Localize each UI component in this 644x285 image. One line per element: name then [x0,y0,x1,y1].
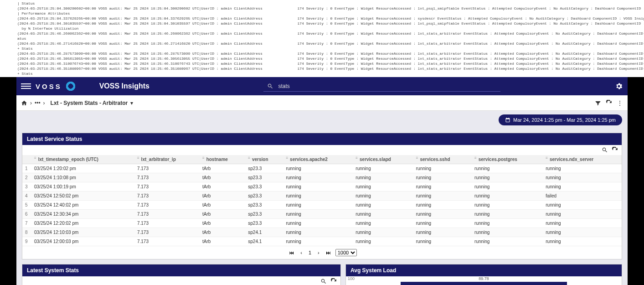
home-icon[interactable] [21,100,27,106]
logo-ring-icon [65,80,77,92]
breadcrumb-sep: › [30,100,32,106]
pager-next-icon[interactable]: › [316,249,321,256]
panel-service-status: Latest Service Status ≡lxt_timestamp_epo… [22,133,622,259]
column-header[interactable]: ≡services.apache2 [283,155,353,164]
table-row[interactable]: 103/25/24 1:20:02 pm7.173tArbsp23.3runni… [22,164,622,173]
table-row[interactable]: 903/25/24 12:00:03 pm7.173tArbsp24.1runn… [22,237,622,246]
timerange-label: Mar 24, 2024 1:25 pm - Mar 25, 2024 1:25… [513,117,616,123]
timerange-picker[interactable]: Mar 24, 2024 1:25 pm - Mar 25, 2024 1:25… [499,114,622,125]
panel-refresh-icon[interactable] [612,147,618,153]
filter-icon[interactable] [595,100,601,106]
table-row[interactable]: 603/25/24 12:30:34 pm7.173tArbsp23.3runn… [22,210,622,219]
search-input[interactable]: stats [263,81,500,92]
calendar-icon [505,117,510,123]
brand-logo: VOSS [36,80,77,92]
panel-refresh-icon[interactable] [330,278,337,285]
panel-system-stats: Latest System Stats ≡lxt_timestamp_epoch… [22,264,341,285]
column-header[interactable]: ≡services.slapd [353,155,413,164]
column-header[interactable]: ≡hostname [200,155,245,164]
panel-search-icon[interactable] [320,278,327,285]
table-row[interactable]: 203/25/24 1:10:08 pm7.173tArbsp23.3runni… [22,173,622,182]
breadcrumb-sep: › [43,100,45,106]
logo-text: VOSS [36,83,62,90]
column-header[interactable]: ≡lxt_arbitrator_ip [134,155,200,164]
column-header[interactable]: ≡version [245,155,283,164]
table-row[interactable]: 803/25/24 12:10:03 pm7.173tArbsp24.1runn… [22,228,622,237]
table-row[interactable]: 303/25/24 1:00:19 pm7.173tArbsp23.3runni… [22,182,622,192]
table-row[interactable]: 703/25/24 12:20:02 pm7.173tArbsp23.3runn… [22,219,622,228]
breadcrumb-ellipsis[interactable]: ••• [35,100,41,106]
page-title[interactable]: Lxt - System Stats - Arbitrator [51,100,128,106]
search-value: stats [278,83,289,89]
pager-last-icon[interactable]: ⏭ [324,249,333,256]
pager: ⏮ ‹ 1 › ⏭ 1000 [22,246,622,259]
timerange-row: Mar 24, 2024 1:25 pm - Mar 25, 2024 1:25… [16,111,628,129]
hamburger-menu-icon[interactable] [21,83,31,89]
breadcrumb-bar: › ••• › Lxt - System Stats - Arbitrator … [16,95,628,111]
column-header[interactable]: ≡services.sshd [413,155,472,164]
avg-load-chart: 100 75 89.78 [346,276,622,285]
panel-title: Avg System Load [346,264,622,276]
pager-size-select[interactable]: 1000 [335,249,357,256]
bar-value-label: 89.78 [479,276,489,281]
panel-search-icon[interactable] [602,147,608,153]
panel-avg-load: Avg System Load 100 75 89.78 [345,264,622,285]
search-icon [267,83,273,89]
load-bar [401,282,567,285]
app-header: VOSS VOSS Insights stats [16,77,628,95]
column-header[interactable]: ≡services.postgres [472,155,543,164]
table-row[interactable]: 403/25/24 12:50:02 pm7.173tArbsp23.3runn… [22,192,622,201]
settings-gear-icon[interactable] [615,82,623,90]
panel-title: Latest System Stats [22,264,340,276]
service-status-table: ≡lxt_timestamp_epoch (UTC)≡lxt_arbitrato… [22,155,622,246]
table-row[interactable]: 503/25/24 12:40:02 pm7.173tArbsp23.3runn… [22,201,622,210]
terminal-log: | Status (2024-03-25T18:25:04.300290602+… [0,0,644,77]
y-tick: 100 [348,276,355,281]
app-title: VOSS Insights [99,82,149,90]
pager-page: 1 [307,249,313,256]
panel-title: Latest Service Status [22,133,622,145]
column-header[interactable]: ≡services.ndx_server [543,155,622,164]
kebab-menu-icon[interactable]: ⋮ [617,99,623,107]
pager-prev-icon[interactable]: ‹ [299,249,304,256]
dropdown-caret-icon[interactable]: ▾ [130,100,133,106]
column-header[interactable]: ≡lxt_timestamp_epoch (UTC) [31,155,134,164]
pager-first-icon[interactable]: ⏮ [287,249,296,256]
refresh-icon[interactable] [606,100,612,106]
